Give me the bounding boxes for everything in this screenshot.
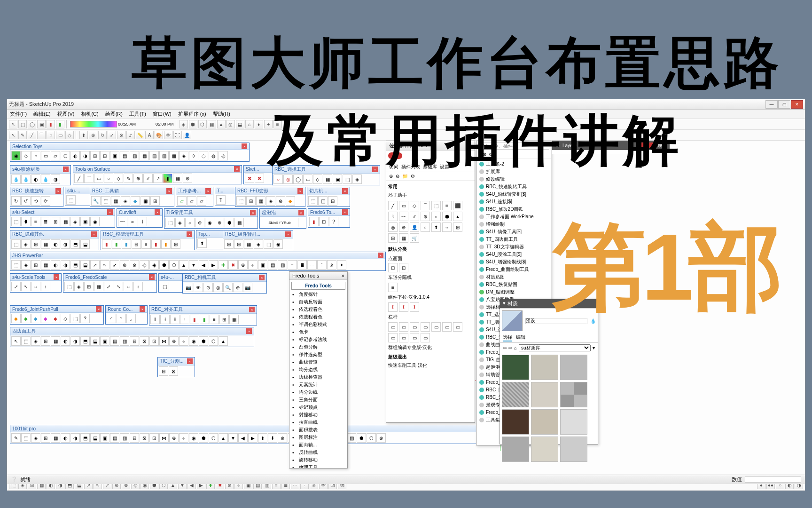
tool-icon[interactable]: ↖ xyxy=(9,131,17,139)
fredo-item[interactable]: •依选程看色 xyxy=(291,306,345,313)
material-thumb[interactable] xyxy=(560,382,587,407)
tool-icon[interactable]: ✎ xyxy=(18,131,27,139)
material-thumb[interactable] xyxy=(560,409,587,435)
close-icon[interactable]: × xyxy=(285,231,291,237)
menu-file[interactable]: 文件(F) xyxy=(10,111,27,118)
tool-icon[interactable]: ╱ xyxy=(28,131,36,139)
tool-icon[interactable]: 👤 xyxy=(183,131,191,139)
fwd-icon[interactable]: ⇨ xyxy=(508,345,512,350)
tool-icon[interactable]: ⬚ xyxy=(18,120,27,128)
close-icon[interactable]: × xyxy=(259,275,265,280)
floatbar-jhs[interactable]: JHS PowerBar× ⬚◈⊞▦◐◑⬒⬓↗↖⤢⊕⊗◎◉⬢⬡▲▼◀▶✚✖⊛⟐▣… xyxy=(10,252,386,271)
floatbar-quad[interactable]: 四边面工具× ↖⬚◈⊞▦◐◑⬒⬓▣▤▥⊟⊠⊡⋈⊛⟐◉⬢⬡▲ xyxy=(10,327,254,347)
floatbar-tig-split[interactable]: TIG_分割...× ⊟⊠ xyxy=(157,357,195,377)
tool-icon[interactable]: ▦ xyxy=(208,120,216,128)
maximize-button[interactable]: ▢ xyxy=(778,100,790,109)
tool-icon[interactable]: 👁 xyxy=(164,131,172,139)
plugin-list-item[interactable]: DM_贴图调整 xyxy=(478,288,549,296)
menu-draw[interactable]: 绘图(R) xyxy=(105,111,123,118)
material-lib-select[interactable]: su材质库 xyxy=(519,344,591,351)
fredo-item[interactable]: •面积搜表 xyxy=(291,426,345,434)
fredo-item[interactable]: •标记顶点 xyxy=(291,404,345,411)
material-thumb[interactable] xyxy=(502,382,529,407)
material-thumb[interactable] xyxy=(560,355,587,380)
close-icon[interactable]: × xyxy=(166,188,172,194)
tool-icon[interactable]: ⌒ xyxy=(37,131,46,139)
floatbar-fredo-jpp[interactable]: Fredo6_JointPushPull× ◆◆◆◆◆◇⬚? xyxy=(10,305,104,325)
tool-icon[interactable]: ♦ xyxy=(255,120,263,128)
close-icon[interactable]: × xyxy=(234,166,240,172)
material-thumb[interactable] xyxy=(531,437,558,462)
close-icon[interactable]: × xyxy=(342,273,344,278)
material-thumb[interactable] xyxy=(560,437,587,462)
floatbar-tools-surface[interactable]: Tools on Surface× ╱⌒▭○◇✎⊕⫽↗▮▦⊛ xyxy=(73,165,242,184)
tool-icon[interactable]: 🎨 xyxy=(155,131,163,139)
menu-tools[interactable]: 工具(T) xyxy=(129,111,146,118)
plugin-list-item[interactable]: S4U_镜像工具[$] xyxy=(478,228,549,236)
fredo-item[interactable]: •依选程看色 xyxy=(291,313,345,321)
fredo-item[interactable]: •曲线管道 xyxy=(291,358,345,366)
panel-zuozi[interactable]: 佐子插件库 2021× 🔍 访问 插件列表 基础库 设置 ⊕ ⊖ 📁 ⚙ 常用 … xyxy=(386,141,475,423)
plugin-list-item[interactable]: S4U_连接[$] xyxy=(478,198,549,206)
close-icon[interactable]: × xyxy=(342,209,348,215)
menu-view[interactable]: 视图(V) xyxy=(57,111,75,118)
tool-icon[interactable]: ⫽ xyxy=(126,131,135,139)
fredo-item[interactable]: •图层标注 xyxy=(291,434,345,441)
floatbar-tig-common[interactable]: TIG常用工具× ⬚◈⟐⊛◉⊕⬢▦ xyxy=(164,208,258,229)
floatbar-work-ref[interactable]: 工作参考...× ▱▱▱ xyxy=(176,187,213,207)
floatbar-fredo6-to[interactable]: Fredo6 To...× ▮⊡? xyxy=(308,208,350,228)
close-icon[interactable]: × xyxy=(140,306,145,312)
close-icon[interactable]: × xyxy=(378,253,383,258)
floatbar-qipao[interactable]: 起泡泡× SkinX f YRub xyxy=(259,208,306,229)
tab-select[interactable]: 选择 xyxy=(503,334,512,341)
floatbar-curviloft[interactable]: Curviloft× 〰≈⌇ xyxy=(117,208,163,228)
material-thumb[interactable] xyxy=(502,437,529,462)
time-slider[interactable] xyxy=(70,121,117,127)
fredo-item[interactable]: •均分边线 xyxy=(291,389,345,396)
tool-icon[interactable]: ▭ xyxy=(56,131,64,139)
fredo-item[interactable]: •反转曲线 xyxy=(291,449,345,456)
menu-window[interactable]: 窗口(W) xyxy=(153,111,172,118)
plugin-list-item[interactable]: 材质贴图 xyxy=(478,273,549,281)
plugin-list-item[interactable]: RBC_恢复贴图 xyxy=(478,281,549,288)
minimize-button[interactable]: — xyxy=(765,100,778,109)
plugin-list-item[interactable]: S4U_沿线转变框[$] xyxy=(478,190,549,198)
material-thumb[interactable] xyxy=(531,355,558,380)
close-icon[interactable]: × xyxy=(298,210,304,215)
tool-icon[interactable]: ⊕ xyxy=(89,131,97,139)
close-icon[interactable]: × xyxy=(205,188,211,194)
floatbar-rbc-toolbox[interactable]: RBC_工具箱× 🔧⬚▦◈◆▣⊞ xyxy=(90,187,174,207)
close-icon[interactable]: × xyxy=(54,274,59,280)
tool-icon[interactable]: ↻ xyxy=(98,131,107,139)
material-preview[interactable] xyxy=(502,310,523,331)
floatbar-s4u-scale[interactable]: s4u-Scale Tools× ⤢⤡↔↕ xyxy=(10,273,62,293)
close-icon[interactable]: × xyxy=(155,209,160,215)
fredo-item[interactable]: •拉直曲线 xyxy=(291,419,345,426)
tool-icon[interactable]: ⊗ xyxy=(117,131,125,139)
close-icon[interactable]: × xyxy=(342,188,348,194)
measurement-input[interactable] xyxy=(745,476,801,483)
floatbar-rbc-camera[interactable]: RBC_相机工具× 📷👁⊙◎🔍⊕📷 xyxy=(182,273,267,294)
material-thumb[interactable] xyxy=(531,409,558,435)
close-icon[interactable]: × xyxy=(250,210,256,215)
plugin-list-item[interactable]: Fredo_曲面绘制工具 xyxy=(478,266,549,273)
menu-edit[interactable]: 编辑(E) xyxy=(33,111,51,118)
floatbar-s4u-select[interactable]: s4u-Select× ⬚⬮≡≣⊞▦◈▣◉ xyxy=(10,208,115,228)
floatbar-s4u-paint[interactable]: s4u-喷涂材质× 💧💧◐💧◑ xyxy=(10,165,71,185)
close-icon[interactable]: × xyxy=(249,307,255,312)
back-icon[interactable]: ⇦ xyxy=(503,345,507,350)
help-icon[interactable]: ❔ xyxy=(11,476,17,483)
close-icon[interactable]: × xyxy=(55,188,61,194)
close-icon[interactable]: × xyxy=(149,274,155,280)
close-icon[interactable]: × xyxy=(187,231,192,237)
fredo-item[interactable]: •凸包分解 xyxy=(291,343,345,351)
tool-icon[interactable]: ⬓ xyxy=(236,120,244,128)
floatbar-slice[interactable]: 切片机...× ⬚◫⊟ xyxy=(307,187,350,207)
floatbar-rbc-align[interactable]: RBC_对齐工具× ⫴⫲⫵⫶▮▮≡⊞▦ xyxy=(149,305,257,325)
tool-icon[interactable]: ⬢ xyxy=(189,120,197,128)
tool-icon[interactable]: ▣ xyxy=(37,120,46,128)
menu-extensions[interactable]: 扩展程序 (x) xyxy=(178,111,206,118)
plugin-list-item[interactable]: S4U_喷涂工具[$] xyxy=(478,251,549,258)
fredo-item[interactable]: •半调色彩模式 xyxy=(291,321,345,328)
tool-icon[interactable]: ◇ xyxy=(65,131,74,139)
